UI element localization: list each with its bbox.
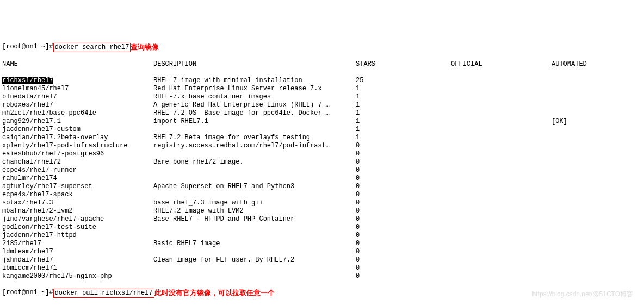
header-automated: AUTOMATED: [552, 60, 587, 69]
table-row: lionelman45/rhel7Red Hat Enterprise Linu…: [2, 85, 642, 93]
image-name: caiqian/rhel7.2beta-overlay: [2, 134, 153, 142]
image-stars: 0: [356, 199, 451, 207]
image-official: [451, 175, 552, 183]
table-row: ecpe4s/rhel7-runner0: [2, 166, 642, 175]
table-row: richxsl/rhel7RHEL 7 image with minimal i…: [2, 77, 642, 85]
table-row: agturley/rhel7-supersetApache Superset o…: [2, 183, 642, 191]
image-stars: 0: [356, 207, 451, 215]
image-stars: 0: [356, 150, 451, 158]
image-stars: 1: [356, 134, 451, 142]
table-row: eaiesbhub/rhel7-postgres960: [2, 150, 642, 158]
command-box-2: docker pull richxsl/rhel7: [53, 289, 154, 298]
image-name: roboxes/rhel7: [2, 101, 153, 109]
header-description: DESCRIPTION: [153, 60, 356, 69]
image-stars: 0: [356, 175, 451, 183]
header-stars: STARS: [356, 60, 451, 69]
image-description: RHEL 7.2 OS Base image for ppc64le. Dock…: [153, 109, 356, 117]
table-row: mbafna/rhel72-lvm2RHEL7.2 image with LVM…: [2, 207, 642, 215]
image-description: base rhel_7.3 image with g++: [153, 199, 356, 207]
terminal-output: [root@nn1 ~]# docker search rhel7 查询镜像 N…: [2, 35, 642, 305]
image-official: [451, 77, 552, 85]
table-row: chanchal/rhel72Bare bone rhel72 image.0: [2, 158, 642, 166]
table-row: ecpe4s/rhel7-spack0: [2, 191, 642, 199]
image-official: [451, 240, 552, 248]
image-description: [153, 264, 356, 272]
image-description: import RHEL7.1: [153, 117, 356, 126]
image-official: [451, 85, 552, 93]
annotation-2: 此时没有官方镜像，可以拉取任意一个: [154, 289, 275, 298]
table-row: roboxes/rhel7A generic Red Hat Enterpris…: [2, 101, 642, 109]
image-description: Basic RHEL7 image: [153, 240, 356, 248]
image-automated: [OK]: [552, 117, 567, 126]
image-official: [451, 93, 552, 101]
image-name: ecpe4s/rhel7-runner: [2, 166, 153, 175]
image-name: jacdenn/rhel7-httpd: [2, 232, 153, 240]
header-name: NAME: [2, 60, 153, 69]
image-description: Apache Superset on RHEL7 and Python3: [153, 183, 356, 191]
image-name: richxsl/rhel7: [2, 77, 153, 85]
image-name: gang929/rhel7.1: [2, 117, 153, 126]
image-official: [451, 223, 552, 232]
image-description: RHEL 7 image with minimal installation: [153, 77, 356, 85]
image-stars: 0: [356, 191, 451, 199]
image-name: mh2ict/rhel7base-ppc64le: [2, 109, 153, 117]
image-official: [451, 166, 552, 175]
image-official: [451, 191, 552, 199]
annotation-1: 查询镜像: [131, 43, 159, 52]
image-description: RHEL-7.x base container images: [153, 93, 356, 101]
table-row: ldmteam/rhel70: [2, 248, 642, 256]
watermark: https://blog.csdn.net/@51CTO博客: [532, 290, 633, 298]
image-stars: 0: [356, 256, 451, 264]
table-row: jacdenn/rhel7-httpd0: [2, 232, 642, 240]
table-row: rahulmr/rhel740: [2, 175, 642, 183]
image-name: rahulmr/rhel74: [2, 175, 153, 183]
header-official: OFFICIAL: [451, 60, 552, 69]
image-stars: 0: [356, 183, 451, 191]
image-stars: 0: [356, 272, 451, 281]
image-stars: 0: [356, 142, 451, 150]
image-official: [451, 126, 552, 134]
image-name: mbafna/rhel72-lvm2: [2, 207, 153, 215]
image-stars: 1: [356, 93, 451, 101]
image-official: [451, 183, 552, 191]
image-name: chanchal/rhel72: [2, 158, 153, 166]
table-row: bluedata/rhel7RHEL-7.x base container im…: [2, 93, 642, 101]
image-name: kangame2000/rhel75-nginx-php: [2, 272, 153, 281]
image-description: [153, 126, 356, 134]
image-official: [451, 207, 552, 215]
command-line-1: [root@nn1 ~]# docker search rhel7 查询镜像: [2, 43, 642, 52]
table-row: jino7varghese/rhel7-apacheBase RHEL7 - H…: [2, 215, 642, 223]
image-official: [451, 142, 552, 150]
image-name: jino7varghese/rhel7-apache: [2, 215, 153, 223]
image-official: [451, 117, 552, 126]
image-description: [153, 248, 356, 256]
image-stars: 0: [356, 240, 451, 248]
table-row: mh2ict/rhel7base-ppc64leRHEL 7.2 OS Base…: [2, 109, 642, 117]
image-stars: 1: [356, 85, 451, 93]
table-row: ibmiccm/rhel710: [2, 264, 642, 272]
image-description: RHEL7.2 Beta image for overlayfs testing: [153, 134, 356, 142]
image-name: ldmteam/rhel7: [2, 248, 153, 256]
image-name: 2185/rhel7: [2, 240, 153, 248]
image-stars: 0: [356, 232, 451, 240]
command-box-1: docker search rhel7: [53, 43, 131, 52]
image-stars: 0: [356, 215, 451, 223]
image-stars: 1: [356, 126, 451, 134]
image-description: Red Hat Enterprise Linux Server release …: [153, 85, 356, 93]
image-official: [451, 199, 552, 207]
image-official: [451, 264, 552, 272]
image-official: [451, 109, 552, 117]
image-description: [153, 175, 356, 183]
image-stars: 25: [356, 77, 451, 85]
image-official: [451, 248, 552, 256]
image-name: eaiesbhub/rhel7-postgres96: [2, 150, 153, 158]
table-header: NAMEDESCRIPTIONSTARSOFFICIALAUTOMATED: [2, 60, 642, 69]
table-row: godleon/rhel7-test-suite0: [2, 223, 642, 232]
table-row: xplenty/rhel7-pod-infrastructureregistry…: [2, 142, 642, 150]
table-row: caiqian/rhel7.2beta-overlayRHEL7.2 Beta …: [2, 134, 642, 142]
image-description: [153, 223, 356, 232]
image-description: Clean image for FET user. By RHEL7.2: [153, 256, 356, 264]
image-name: ecpe4s/rhel7-spack: [2, 191, 153, 199]
prompt: [root@nn1 ~]#: [2, 289, 53, 298]
table-row: 2185/rhel7Basic RHEL7 image0: [2, 240, 642, 248]
